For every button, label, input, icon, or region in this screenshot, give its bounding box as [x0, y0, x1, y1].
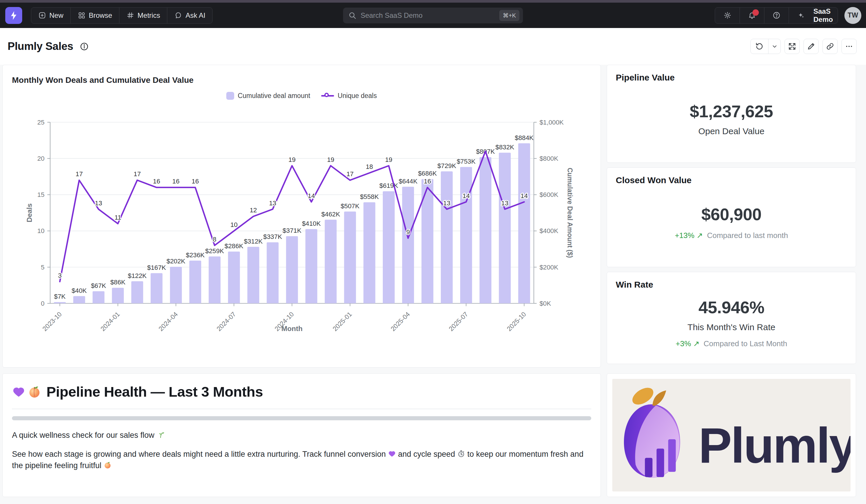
svg-text:17: 17	[346, 170, 354, 177]
info-icon	[80, 42, 89, 51]
kpi-subtitle: This Month's Win Rate	[688, 322, 776, 332]
kpi-delta: +13% ↗	[675, 231, 703, 240]
line-swatch-icon	[321, 92, 334, 100]
nav-label-ask-ai: Ask AI	[186, 11, 205, 20]
svg-text:2025-04: 2025-04	[389, 311, 411, 332]
svg-text:2025-10: 2025-10	[506, 311, 527, 332]
svg-text:19: 19	[288, 156, 296, 163]
notifications-button[interactable]	[740, 8, 764, 23]
svg-text:3: 3	[58, 272, 62, 279]
svg-text:13: 13	[443, 199, 451, 207]
share-link-button[interactable]	[822, 39, 838, 54]
bar-swatch-icon	[226, 92, 234, 100]
search-input[interactable]: Search SaaS Demo ⌘+K	[343, 8, 523, 23]
svg-text:16: 16	[153, 177, 160, 185]
avatar[interactable]: TW	[844, 7, 861, 24]
ai-assistant-button[interactable]	[789, 8, 813, 23]
svg-text:16: 16	[172, 177, 180, 185]
svg-text:$7K: $7K	[54, 293, 66, 300]
svg-text:$753K: $753K	[457, 158, 476, 165]
svg-text:2025-07: 2025-07	[447, 311, 469, 332]
svg-text:$884K: $884K	[515, 134, 534, 141]
nav-right-group: SaaS Demo	[715, 7, 838, 24]
svg-text:14: 14	[521, 192, 528, 199]
svg-text:$0K: $0K	[540, 300, 551, 307]
svg-text:15: 15	[37, 191, 45, 198]
metrics-button[interactable]: Metrics	[119, 8, 167, 23]
purple-heart-icon	[12, 385, 25, 398]
svg-text:$600K: $600K	[540, 191, 558, 198]
svg-text:2025-01: 2025-01	[331, 311, 353, 332]
more-options-button[interactable]	[842, 39, 857, 54]
markdown-heading: Pipeline Health — Last 3 Months	[12, 383, 591, 400]
legend-item-bars[interactable]: Cumulative deal amount	[226, 92, 310, 100]
horizontal-scrollbar[interactable]	[12, 416, 591, 420]
legend-item-line[interactable]: Unique deals	[321, 92, 377, 100]
sparkles-icon	[797, 11, 805, 19]
svg-text:$644K: $644K	[399, 177, 418, 185]
svg-text:$122K: $122K	[128, 272, 147, 279]
svg-text:14: 14	[463, 192, 470, 199]
kpi-subtitle: Open Deal Value	[698, 126, 764, 136]
svg-text:$67K: $67K	[91, 282, 106, 289]
gear-icon	[723, 11, 731, 19]
svg-text:10: 10	[37, 227, 45, 234]
app-logo[interactable]	[5, 7, 22, 24]
markdown-paragraph-1: A quick wellness check for our sales flo…	[12, 429, 591, 441]
legend-label-bars: Cumulative deal amount	[238, 92, 310, 100]
help-button[interactable]	[764, 8, 789, 23]
svg-text:$167K: $167K	[147, 264, 166, 271]
ask-ai-button[interactable]: Ask AI	[167, 8, 212, 23]
plus-square-icon	[38, 11, 46, 19]
nav-label-browse: Browse	[89, 11, 112, 20]
fullscreen-button[interactable]	[785, 39, 800, 54]
avatar-initials: TW	[847, 11, 858, 19]
browse-button[interactable]: Browse	[70, 8, 119, 23]
settings-button[interactable]	[715, 8, 740, 23]
svg-text:$729K: $729K	[437, 162, 456, 170]
org-switcher[interactable]: SaaS Demo	[813, 8, 838, 23]
dual-axis-chart[interactable]: 0510152025$0K$200K$400K$600K$800K$1,000K…	[12, 103, 591, 352]
new-button[interactable]: New	[31, 8, 70, 23]
svg-text:$202K: $202K	[166, 257, 186, 265]
svg-text:$400K: $400K	[540, 227, 558, 234]
plumly-wordmark: Plumly	[698, 417, 851, 473]
refresh-dropdown-button[interactable]	[768, 39, 780, 54]
nav-right: SaaS Demo TW	[715, 7, 861, 24]
refresh-split-button	[751, 39, 781, 54]
kpi-comparison: Compared to Last Month	[704, 339, 787, 348]
dashboard-canvas: Monthly Won Deals and Cumulative Deal Va…	[0, 65, 866, 504]
svg-text:17: 17	[134, 170, 141, 177]
plumly-logo-image: Plumly	[612, 379, 851, 491]
svg-text:16: 16	[191, 177, 199, 185]
kpi-tile-closed-won: Closed Won Value $60,900 +13% ↗ Compared…	[607, 168, 856, 267]
window-top-strip	[0, 0, 866, 3]
peach-icon	[28, 385, 41, 398]
edit-button[interactable]	[803, 39, 819, 54]
svg-text:16: 16	[424, 177, 431, 185]
search-placeholder: Search SaaS Demo	[360, 11, 499, 20]
svg-text:Month: Month	[281, 325, 303, 332]
trend-up-icon: ↗	[693, 339, 700, 348]
svg-text:$507K: $507K	[341, 203, 360, 210]
svg-text:2023-10: 2023-10	[41, 311, 63, 332]
stopwatch-icon	[457, 450, 465, 458]
search-icon	[348, 11, 356, 20]
chart-title: Monthly Won Deals and Cumulative Deal Va…	[12, 76, 591, 85]
search-shortcut: ⌘+K	[499, 10, 519, 21]
svg-text:$832K: $832K	[496, 144, 514, 151]
header-actions	[751, 39, 858, 54]
lightning-bolt-icon	[9, 11, 19, 20]
markdown-heading-text: Pipeline Health — Last 3 Months	[46, 383, 263, 400]
svg-text:$236K: $236K	[186, 251, 205, 259]
refresh-button[interactable]	[751, 39, 768, 54]
svg-text:2024-07: 2024-07	[215, 311, 237, 332]
trend-up-icon: ↗	[697, 231, 703, 240]
dashboard-info-button[interactable]	[80, 42, 89, 51]
link-icon	[826, 42, 834, 50]
svg-text:14: 14	[308, 192, 315, 199]
svg-text:0: 0	[41, 300, 44, 307]
nav-label-new: New	[49, 11, 63, 20]
notification-dot	[752, 9, 759, 16]
svg-text:$1,000K: $1,000K	[540, 119, 564, 126]
